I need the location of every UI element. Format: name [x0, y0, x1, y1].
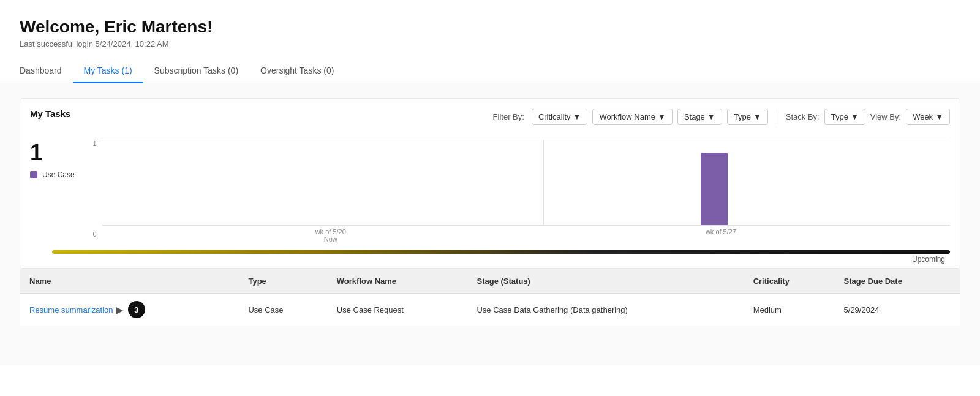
now-label: Now	[315, 235, 346, 243]
upcoming-label: Upcoming	[52, 255, 950, 264]
filter-criticality[interactable]: Criticality ▼	[532, 109, 588, 125]
tab-subscription-tasks[interactable]: Subscription Tasks (0)	[143, 59, 249, 83]
chevron-down-icon: ▼	[707, 112, 715, 121]
section-title: My Tasks	[30, 109, 70, 119]
total-count: 1	[30, 140, 75, 166]
filter-stage-label: Stage	[684, 112, 705, 121]
cell-stage-status: Use Case Data Gathering (Data gathering)	[467, 294, 743, 326]
x-label-527: wk of 5/27	[706, 228, 736, 235]
task-table: Name Type Workflow Name Stage (Status) C…	[20, 269, 960, 326]
main-content: My Tasks Filter By: Criticality ▼ Workfl…	[0, 83, 980, 365]
cell-due-date: 5/29/2024	[834, 294, 960, 326]
divider	[777, 110, 777, 124]
task-link-resume[interactable]: Resume summarization	[29, 305, 113, 314]
bar-use-case	[701, 153, 728, 225]
col-workflow-name: Workflow Name	[327, 269, 467, 294]
filter-by-label: Filter By:	[493, 112, 524, 121]
chart-legend: Use Case	[30, 170, 75, 179]
chevron-down-icon: ▼	[851, 112, 859, 121]
view-week-label: Week	[913, 112, 933, 121]
legend-color	[30, 171, 37, 178]
x-label-527-text: wk of 5/27	[706, 228, 736, 235]
x-labels: wk of 5/20 Now wk of 5/27	[102, 228, 950, 250]
stack-by-type[interactable]: Type ▼	[824, 109, 865, 125]
filter-stage[interactable]: Stage ▼	[677, 109, 722, 125]
chevron-down-icon: ▼	[658, 112, 666, 121]
table-body: Resume summarization ▶ 3 Use Case Use Ca…	[20, 294, 960, 326]
legend-label: Use Case	[42, 170, 75, 179]
col-criticality: Criticality	[744, 269, 834, 294]
stack-type-label: Type	[831, 112, 848, 121]
table-header: Name Type Workflow Name Stage (Status) C…	[20, 269, 960, 294]
chevron-down-icon: ▼	[753, 112, 761, 121]
chevron-down-icon: ▼	[573, 112, 581, 121]
filter-bar: Filter By: Criticality ▼ Workflow Name ▼…	[493, 109, 950, 125]
y-axis: 1 0	[85, 140, 102, 250]
col-due-date: Stage Due Date	[834, 269, 960, 294]
table-row: Resume summarization ▶ 3 Use Case Use Ca…	[20, 294, 960, 326]
filter-type-label: Type	[734, 112, 751, 121]
cursor-icon: ▶	[116, 304, 123, 316]
filter-criticality-label: Criticality	[538, 112, 571, 121]
bar-chart: 1 0	[85, 140, 950, 250]
view-by-label: View By:	[870, 112, 901, 121]
chevron-down-icon: ▼	[935, 112, 943, 121]
chart-area: My Tasks Filter By: Criticality ▼ Workfl…	[20, 98, 960, 269]
filter-workflow-name[interactable]: Workflow Name ▼	[592, 109, 672, 125]
col-name: Name	[20, 269, 238, 294]
view-by-week[interactable]: Week ▼	[906, 109, 950, 125]
cell-workflow-name: Use Case Request	[327, 294, 467, 326]
tabs-bar: Dashboard My Tasks (1) Subscription Task…	[0, 59, 980, 83]
divider-line	[543, 140, 544, 225]
gridline-top	[102, 140, 950, 140]
welcome-title: Welcome, Eric Martens!	[20, 17, 960, 37]
stack-by-label: Stack By:	[786, 112, 820, 121]
header: Welcome, Eric Martens! Last successful l…	[0, 0, 980, 48]
y-min: 0	[93, 230, 97, 238]
tab-oversight-tasks[interactable]: Oversight Tasks (0)	[249, 59, 345, 83]
x-label-520: wk of 5/20 Now	[315, 228, 346, 243]
login-info: Last successful login 5/24/2024, 10:22 A…	[20, 39, 960, 48]
badge-count: 3	[128, 301, 145, 318]
cell-type: Use Case	[238, 294, 326, 326]
bars-container	[102, 140, 950, 226]
chart-inner: wk of 5/20 Now wk of 5/27	[102, 140, 950, 250]
filter-workflow-label: Workflow Name	[599, 112, 655, 121]
filter-type[interactable]: Type ▼	[727, 109, 768, 125]
tab-dashboard[interactable]: Dashboard	[20, 59, 73, 83]
cell-name: Resume summarization ▶ 3	[20, 294, 238, 326]
y-max: 1	[93, 140, 97, 147]
col-stage-status: Stage (Status)	[467, 269, 743, 294]
col-type: Type	[238, 269, 326, 294]
timeline-wrapper: Upcoming	[30, 250, 950, 268]
tab-my-tasks[interactable]: My Tasks (1)	[73, 59, 143, 83]
x-label-520-text: wk of 5/20	[315, 228, 346, 235]
bar-group-527	[696, 140, 733, 225]
timeline-bar	[52, 250, 950, 254]
cell-criticality: Medium	[744, 294, 834, 326]
